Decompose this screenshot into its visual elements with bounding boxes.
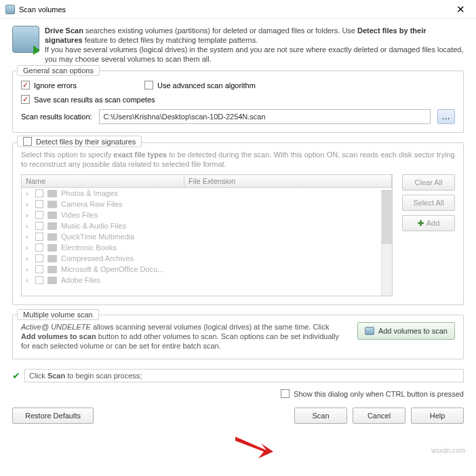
watermark: wsxdn.com xyxy=(431,447,465,454)
status-text: Click Scan to begin scan process; xyxy=(24,369,464,382)
check-icon xyxy=(21,95,30,104)
save-scan-results-checkbox[interactable]: Save scan results as scan competes xyxy=(21,95,455,104)
check-icon xyxy=(21,81,30,90)
row-checkbox[interactable] xyxy=(35,254,43,262)
row-checkbox[interactable] xyxy=(35,243,43,252)
clear-all-button[interactable]: Clear All xyxy=(402,174,455,191)
add-button[interactable]: ✚Add xyxy=(402,215,455,231)
row-label: Photos & Images xyxy=(61,189,118,197)
table-header: Name File Extension xyxy=(22,175,392,188)
status-row: ✔ Click Scan to begin scan process; xyxy=(12,369,464,382)
plus-icon: ✚ xyxy=(418,219,424,228)
folder-icon xyxy=(47,212,57,219)
volume-icon xyxy=(365,327,374,335)
folder-icon xyxy=(47,233,57,241)
close-icon[interactable]: ✕ xyxy=(451,2,471,17)
chevron-right-icon: › xyxy=(26,265,31,273)
intro-block: Drive Scan searches existing volumes (pa… xyxy=(12,26,464,64)
file-types-table: Name File Extension ›Photos & Images›Cam… xyxy=(21,174,393,296)
table-row[interactable]: ›Music & Audio Files xyxy=(22,220,392,231)
chevron-right-icon: › xyxy=(26,254,31,262)
folder-icon xyxy=(47,255,57,262)
row-label: Video Files xyxy=(61,211,98,219)
window-title: Scan volumes xyxy=(19,5,66,14)
app-icon xyxy=(5,5,15,14)
detect-signatures-group: Detect files by their signatures Select … xyxy=(12,142,464,305)
row-label: QuickTime Multimedia xyxy=(61,233,134,241)
mvs-legend: Multiple volume scan xyxy=(17,309,99,320)
add-volumes-button[interactable]: Add volumes to scan xyxy=(357,322,455,340)
chevron-right-icon: › xyxy=(26,200,31,208)
mvs-text: Active@ UNDELETE allows scanning several… xyxy=(21,322,345,351)
col-name: Name xyxy=(22,175,184,187)
location-label: Scan results location: xyxy=(21,113,92,121)
drive-scan-icon xyxy=(12,26,39,53)
folder-icon xyxy=(47,190,57,197)
annotation-arrow xyxy=(234,435,275,461)
folder-icon xyxy=(47,244,57,252)
table-row[interactable]: ›Electronic Books xyxy=(22,242,392,253)
intro-bold-1: Drive Scan xyxy=(45,26,83,35)
row-checkbox[interactable] xyxy=(35,276,43,284)
row-checkbox[interactable] xyxy=(35,211,43,219)
cancel-button[interactable]: Cancel xyxy=(353,408,405,424)
multiple-volume-scan-group: Multiple volume scan Active@ UNDELETE al… xyxy=(12,315,464,359)
help-button[interactable]: Help xyxy=(411,408,464,424)
use-advanced-checkbox[interactable]: Use advanced scan algorithm xyxy=(144,81,256,90)
folder-icon xyxy=(47,266,57,273)
chevron-right-icon: › xyxy=(26,233,31,241)
general-legend: General scan options xyxy=(17,65,100,76)
table-row[interactable]: ›Compressed Archives xyxy=(22,253,392,264)
row-checkbox[interactable] xyxy=(35,189,43,197)
chevron-right-icon: › xyxy=(26,222,31,230)
table-row[interactable]: ›Video Files xyxy=(22,210,392,220)
chevron-right-icon: › xyxy=(26,211,31,219)
row-checkbox[interactable] xyxy=(35,200,43,208)
check-icon xyxy=(23,137,32,146)
scan-location-input[interactable] xyxy=(99,109,431,124)
table-row[interactable]: ›Photos & Images xyxy=(22,188,392,199)
folder-icon xyxy=(47,277,57,284)
check-icon xyxy=(281,389,290,398)
show-only-ctrl-checkbox[interactable]: Show this dialog only when CTRL button i… xyxy=(281,389,464,398)
folder-icon xyxy=(47,201,57,208)
row-label: Camera Raw Files xyxy=(61,200,122,208)
chevron-right-icon: › xyxy=(26,189,31,197)
general-scan-options: General scan options Ignore errors Use a… xyxy=(12,71,464,133)
row-label: Microsoft & OpenOffice Docu... xyxy=(61,265,163,273)
row-label: Adobe Files xyxy=(61,276,100,284)
scan-button[interactable]: Scan xyxy=(294,408,347,424)
select-all-button[interactable]: Select All xyxy=(402,195,455,211)
scrollbar[interactable] xyxy=(381,190,392,296)
col-ext: File Extension xyxy=(184,175,392,187)
chevron-right-icon: › xyxy=(26,276,31,284)
table-row[interactable]: ›Camera Raw Files xyxy=(22,199,392,210)
intro-text: Drive Scan searches existing volumes (pa… xyxy=(45,26,464,64)
table-row[interactable]: ›QuickTime Multimedia xyxy=(22,231,392,242)
restore-defaults-button[interactable]: Restore Defaults xyxy=(12,408,94,424)
row-checkbox[interactable] xyxy=(35,233,43,241)
checkmark-icon: ✔ xyxy=(12,370,20,381)
row-label: Electronic Books xyxy=(61,243,117,252)
detect-help: Select this option to specify exact file… xyxy=(21,150,455,169)
check-icon xyxy=(144,81,153,90)
table-row[interactable]: ›Adobe Files xyxy=(22,275,392,285)
row-label: Compressed Archives xyxy=(61,254,134,262)
detect-checkbox[interactable]: Detect files by their signatures xyxy=(17,136,142,147)
row-checkbox[interactable] xyxy=(35,222,43,230)
table-row[interactable]: ›Microsoft & OpenOffice Docu... xyxy=(22,264,392,275)
ignore-errors-checkbox[interactable]: Ignore errors xyxy=(21,81,77,90)
row-label: Music & Audio Files xyxy=(61,222,126,230)
folder-icon xyxy=(47,222,57,230)
titlebar: Scan volumes ✕ xyxy=(0,0,476,19)
browse-button[interactable]: ... xyxy=(437,109,455,124)
row-checkbox[interactable] xyxy=(35,265,43,273)
chevron-right-icon: › xyxy=(26,243,31,252)
